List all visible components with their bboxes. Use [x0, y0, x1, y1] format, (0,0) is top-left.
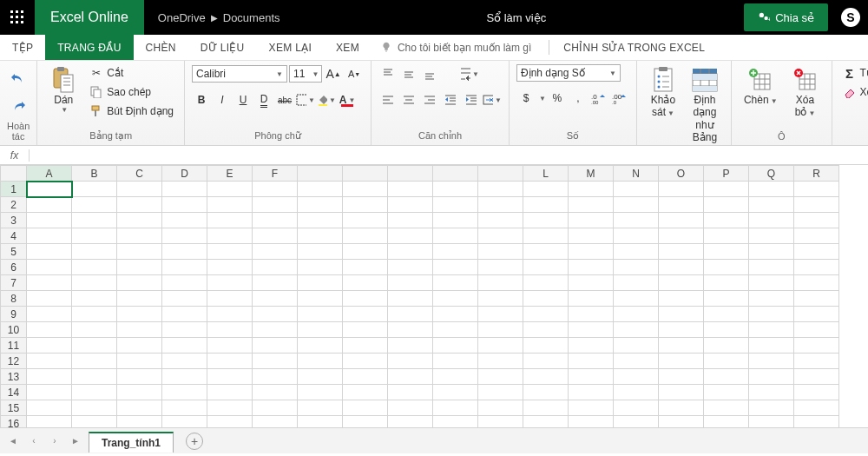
cell[interactable]	[569, 275, 614, 291]
cell[interactable]	[569, 354, 614, 369]
cell[interactable]	[343, 275, 388, 291]
cell[interactable]	[27, 385, 72, 400]
align-left-button[interactable]	[378, 90, 398, 109]
cell[interactable]	[207, 182, 253, 197]
sheet-nav-first[interactable]: ◄	[5, 433, 21, 449]
cell[interactable]	[388, 322, 433, 338]
cell[interactable]	[117, 385, 162, 400]
cell[interactable]	[433, 400, 478, 416]
cell[interactable]	[72, 197, 117, 213]
cell[interactable]	[614, 307, 659, 322]
cell[interactable]	[704, 182, 749, 197]
cell[interactable]	[72, 275, 117, 291]
app-launcher[interactable]	[0, 0, 35, 35]
cell[interactable]	[659, 197, 704, 213]
cell[interactable]	[72, 322, 117, 338]
cell[interactable]	[659, 260, 704, 275]
cell[interactable]	[162, 354, 207, 369]
cell[interactable]	[388, 291, 433, 307]
cell[interactable]	[794, 369, 839, 385]
cell[interactable]	[704, 291, 749, 307]
cell[interactable]	[794, 275, 839, 291]
cell[interactable]	[72, 400, 117, 416]
tab-file[interactable]: TỆP	[0, 35, 45, 60]
cell[interactable]	[27, 182, 72, 197]
cell[interactable]	[569, 182, 614, 197]
sheet-nav-last[interactable]: ►	[68, 433, 83, 449]
cell[interactable]	[117, 291, 162, 307]
cell[interactable]	[659, 338, 704, 354]
cell[interactable]	[343, 369, 388, 385]
cell[interactable]	[388, 338, 433, 354]
cell[interactable]	[433, 385, 478, 400]
cell[interactable]	[207, 369, 253, 385]
cell[interactable]	[253, 369, 298, 385]
tab-data[interactable]: DỮ LIỆU	[188, 35, 257, 60]
cell[interactable]	[72, 213, 117, 228]
cell[interactable]	[72, 228, 117, 244]
cell[interactable]	[27, 228, 72, 244]
formula-input[interactable]	[30, 146, 868, 164]
cell[interactable]	[117, 197, 162, 213]
cell[interactable]	[207, 307, 253, 322]
cell[interactable]	[72, 385, 117, 400]
cell[interactable]	[162, 307, 207, 322]
edit-in-excel-link[interactable]: CHỈNH SỬA TRONG EXCEL	[558, 35, 710, 60]
cell[interactable]	[253, 228, 298, 244]
cell[interactable]	[388, 244, 433, 260]
cell[interactable]	[298, 260, 343, 275]
cell[interactable]	[433, 322, 478, 338]
horizontal-scrollbar[interactable]	[30, 415, 859, 427]
sheet-tab-active[interactable]: Trang_tính1	[89, 432, 174, 453]
row-header[interactable]: 6	[1, 260, 27, 275]
row-header[interactable]: 2	[1, 197, 27, 213]
cell[interactable]	[659, 244, 704, 260]
cell[interactable]	[614, 260, 659, 275]
column-header[interactable]: P	[704, 166, 749, 182]
cell[interactable]	[659, 354, 704, 369]
cell[interactable]	[27, 369, 72, 385]
cell[interactable]	[162, 385, 207, 400]
cell[interactable]	[388, 228, 433, 244]
fill-color-button[interactable]: ▼	[317, 90, 336, 109]
column-header[interactable]: B	[72, 166, 117, 182]
cell[interactable]	[749, 197, 794, 213]
cell[interactable]	[207, 400, 253, 416]
cell[interactable]	[749, 338, 794, 354]
cell[interactable]	[207, 260, 253, 275]
cell[interactable]	[253, 385, 298, 400]
row-header[interactable]: 16	[1, 416, 27, 428]
cell[interactable]	[162, 400, 207, 416]
cell[interactable]	[27, 291, 72, 307]
cell[interactable]	[117, 260, 162, 275]
cell[interactable]	[569, 213, 614, 228]
cell[interactable]	[749, 354, 794, 369]
cell[interactable]	[478, 197, 523, 213]
cell[interactable]	[343, 385, 388, 400]
cell[interactable]	[162, 322, 207, 338]
cell[interactable]	[388, 307, 433, 322]
cell[interactable]	[478, 244, 523, 260]
insert-cells-button[interactable]: Chèn▼	[739, 64, 783, 108]
cell[interactable]	[478, 260, 523, 275]
cell[interactable]	[162, 369, 207, 385]
number-format-select[interactable]: Định dạng Số▼	[516, 64, 621, 82]
select-all-corner[interactable]	[1, 166, 27, 182]
cell[interactable]	[749, 275, 794, 291]
row-header[interactable]: 11	[1, 338, 27, 354]
cell[interactable]	[749, 307, 794, 322]
cell[interactable]	[704, 400, 749, 416]
row-header[interactable]: 10	[1, 322, 27, 338]
cell[interactable]	[117, 213, 162, 228]
decrease-font-button[interactable]: A▼	[345, 64, 364, 83]
tab-review[interactable]: XEM LẠI	[257, 35, 324, 60]
cell[interactable]	[749, 385, 794, 400]
cell[interactable]	[659, 213, 704, 228]
cell[interactable]	[117, 182, 162, 197]
cell[interactable]	[72, 369, 117, 385]
cell[interactable]	[253, 291, 298, 307]
cell[interactable]	[614, 354, 659, 369]
cell[interactable]	[523, 400, 569, 416]
cell[interactable]	[749, 260, 794, 275]
cell[interactable]	[614, 369, 659, 385]
